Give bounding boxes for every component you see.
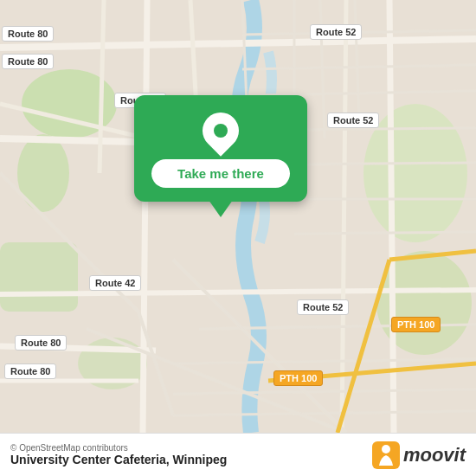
pin-inner [214,124,228,138]
moovit-logo: moovit [372,441,466,469]
pth-label-100-bot: PTH 100 [273,370,323,386]
route-label-80-mid: Route 80 [2,54,54,69]
route-label-80-bot2: Route 80 [4,363,56,379]
svg-line-30 [294,232,476,234]
route-label-42-bot: Route 42 [89,275,141,291]
moovit-icon [372,441,400,469]
moovit-text: moovit [403,444,466,466]
route-label-80-bot1: Route 80 [15,335,67,351]
route-label-52-top: Route 52 [310,24,362,40]
svg-line-28 [286,163,476,164]
bottom-bar: © OpenStreetMap contributors University … [0,433,476,476]
svg-rect-3 [0,242,78,312]
svg-line-16 [389,0,394,433]
svg-line-12 [143,0,147,433]
location-title: University Center Cafeteria, Winnipeg [10,453,227,466]
pin-icon [195,105,246,156]
osm-attribution: © OpenStreetMap contributors [10,443,227,453]
svg-point-42 [382,445,390,453]
route-label-52-mid: Route 52 [327,113,379,128]
bottom-info: © OpenStreetMap contributors University … [10,443,227,466]
route-label-52-bot: Route 52 [297,299,349,315]
map-container: Route 80 Route 80 Route 42 Route 52 Rout… [0,0,476,433]
take-me-there-button[interactable]: Take me there [151,159,290,188]
pth-label-100-right: PTH 100 [391,317,441,332]
location-popup: Take me there [134,95,307,202]
route-label-80-top: Route 80 [2,26,54,42]
